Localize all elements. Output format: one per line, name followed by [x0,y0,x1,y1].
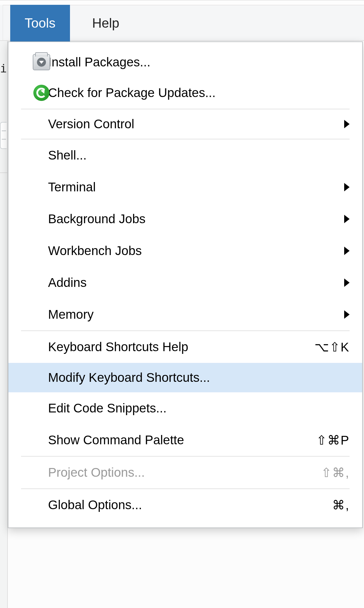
menu-item-addins[interactable]: Addins [8,267,362,299]
menubar: Tools Help [0,0,364,41]
kb-shortcuts-help-label: Keyboard Shortcuts Help [48,340,314,354]
menubar-tools-label: Tools [25,16,56,31]
chevron-right-icon [344,310,350,319]
tab-stub-icon [0,122,7,149]
addins-label: Addins [48,275,341,290]
background-jobs-label: Background Jobs [48,212,341,226]
refresh-icon [31,82,52,104]
show-cmd-palette-label: Show Command Palette [48,433,316,447]
chevron-right-icon [344,120,350,128]
shell-label: Shell... [48,148,350,163]
install-packages-label: Install Packages... [48,55,350,69]
gutter-separator [0,172,7,173]
menu-item-install-packages[interactable]: Install Packages... [8,42,362,77]
menu-item-modify-keyboard-shortcuts[interactable]: Modify Keyboard Shortcuts... [8,363,362,392]
left-gutter: i [0,41,8,608]
menu-item-keyboard-shortcuts-help[interactable]: Keyboard Shortcuts Help ⌥⇧K [8,331,362,363]
show-cmd-palette-shortcut: ⇧⌘P [316,433,350,448]
menubar-item-tools[interactable]: Tools [10,5,70,41]
chevron-right-icon [344,278,350,287]
menu-item-check-updates[interactable]: Check for Package Updates... [8,77,362,109]
chevron-right-icon [344,215,350,223]
menu-item-project-options: Project Options... ⇧⌘, [8,457,362,488]
check-updates-label: Check for Package Updates... [48,86,350,100]
tools-dropdown: Install Packages... Check for Package Up… [8,41,363,528]
edit-snippets-label: Edit Code Snippets... [48,401,350,415]
kb-shortcuts-help-shortcut: ⌥⇧K [314,340,350,354]
menu-item-background-jobs[interactable]: Background Jobs [8,203,362,235]
modify-kb-shortcuts-label: Modify Keyboard Shortcuts... [48,370,350,385]
menu-item-show-command-palette[interactable]: Show Command Palette ⇧⌘P [8,424,362,456]
memory-label: Memory [48,307,341,322]
chevron-right-icon [344,183,350,191]
global-options-shortcut: ⌘, [332,498,350,512]
menubar-left-inset [0,5,3,40]
terminal-label: Terminal [48,180,341,194]
project-options-shortcut: ⇧⌘, [321,465,350,480]
workbench-jobs-label: Workbench Jobs [48,244,341,258]
chevron-right-icon [344,247,350,255]
menubar-item-help[interactable]: Help [78,5,134,41]
menu-item-edit-code-snippets[interactable]: Edit Code Snippets... [8,392,362,424]
version-control-label: Version Control [48,117,341,131]
project-options-label: Project Options... [48,465,321,480]
menu-item-workbench-jobs[interactable]: Workbench Jobs [8,235,362,267]
menu-item-shell[interactable]: Shell... [8,139,362,171]
dropdown-bottom-padding [8,521,362,527]
menu-item-global-options[interactable]: Global Options... ⌘, [8,489,362,521]
menu-item-terminal[interactable]: Terminal [8,171,362,203]
global-options-label: Global Options... [48,498,332,512]
menu-item-version-control[interactable]: Version Control [8,109,362,139]
gutter-text-fragment: i [0,41,7,75]
menu-item-memory[interactable]: Memory [8,299,362,330]
package-box-icon [31,51,52,73]
menubar-help-label: Help [92,16,120,31]
